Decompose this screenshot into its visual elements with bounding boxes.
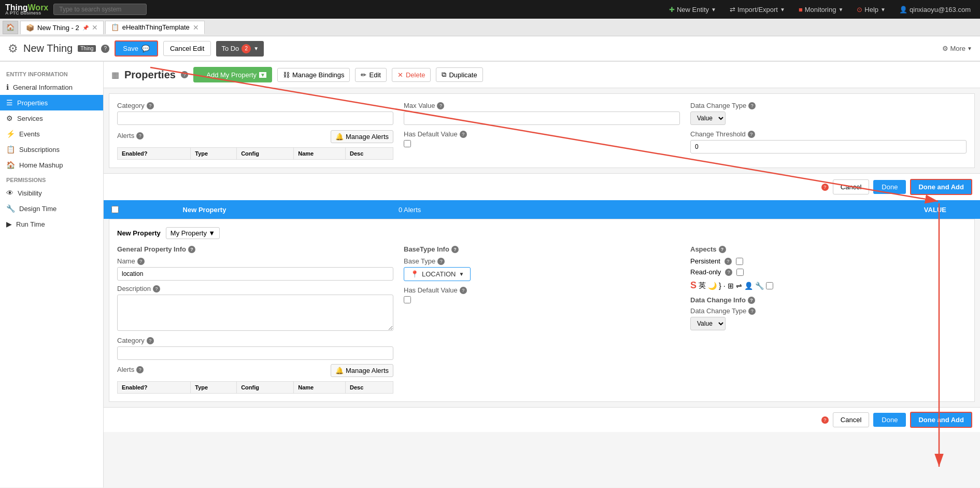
general-prop-info-label: General Property Info ? (117, 245, 393, 253)
max-value-help-icon[interactable]: ? (437, 102, 444, 109)
manage-bindings-button[interactable]: ⛓ Manage Bindings (277, 68, 350, 82)
services-icon: ⚙ (6, 114, 13, 122)
sidebar-item-home-mashup[interactable]: 🏠 Home Mashup (0, 157, 103, 173)
readonly-checkbox[interactable] (736, 269, 744, 276)
has-default-form-help-icon[interactable]: ? (460, 287, 467, 294)
my-property-dropdown[interactable]: My Property ▼ (166, 227, 220, 239)
permissions-section-header: PERMISSIONS (0, 173, 103, 185)
new-entity-btn[interactable]: ✚ New Entity ▼ (665, 4, 720, 15)
manage-alerts-button[interactable]: 🔔 Manage Alerts (331, 130, 393, 143)
data-change-type-form-help-icon[interactable]: ? (748, 308, 756, 315)
sidebar-item-subscriptions[interactable]: 📋 Subscriptions (0, 142, 103, 157)
bottom-help-icon[interactable]: ? (821, 416, 829, 424)
cancel-edit-button[interactable]: Cancel Edit (163, 41, 211, 56)
save-button[interactable]: Save 💬 (115, 40, 158, 57)
sidebar-item-visibility[interactable]: 👁 Visibility (0, 185, 103, 201)
sidebar-item-properties[interactable]: ☰ Properties (0, 95, 103, 110)
entity-help-icon[interactable]: ? (101, 45, 109, 53)
alerts-form-help-icon[interactable]: ? (136, 366, 144, 373)
tab-ehealth[interactable]: 📋 eHealthThingTemplate ✕ (105, 21, 205, 34)
description-help-icon[interactable]: ? (153, 285, 160, 292)
category-form-input[interactable] (117, 346, 393, 360)
design-time-icon: 🔧 (6, 204, 15, 213)
alerts-help-icon[interactable]: ? (136, 132, 144, 140)
tab-close-new-thing[interactable]: ✕ (92, 23, 98, 32)
subscriptions-icon: 📋 (6, 145, 15, 154)
description-input[interactable] (117, 295, 393, 331)
change-threshold-input[interactable] (690, 140, 967, 154)
change-threshold-help-icon[interactable]: ? (748, 131, 755, 138)
manage-alerts-form-button[interactable]: 🔔 Manage Alerts (331, 364, 393, 377)
action-help-icon[interactable]: ? (821, 184, 829, 191)
general-info-help-icon[interactable]: ? (188, 246, 195, 253)
sidebar-item-events[interactable]: ⚡ Events (0, 126, 103, 142)
main-layout: ENTITY INFORMATION ℹ General Information… (0, 62, 980, 487)
tab-close-ehealth[interactable]: ✕ (193, 23, 199, 32)
tab-new-thing[interactable]: 📦 New Thing - 2 📌 ✕ (20, 21, 104, 34)
add-my-property-button[interactable]: + Add My Property ▼ (193, 67, 272, 82)
category-help-icon[interactable]: ? (147, 102, 154, 109)
run-time-icon: ▶ (6, 220, 12, 228)
toolbar-icons-row: S 英 🌙 } · ⊞ ⇌ 👤 🔧 (690, 280, 967, 291)
sidebar-item-run-time[interactable]: ▶ Run Time (0, 216, 103, 232)
chevron-down-icon: ▼ (459, 271, 464, 277)
chevron-down-icon: ▼ (967, 46, 972, 51)
done-and-add-button-upper[interactable]: Done and Add (910, 179, 972, 195)
data-change-type-help-icon[interactable]: ? (748, 102, 756, 109)
data-change-info-help-icon[interactable]: ? (748, 297, 755, 304)
name-input[interactable] (117, 267, 393, 281)
data-change-type-form-select[interactable]: Value (690, 317, 726, 330)
extra-checkbox[interactable] (766, 282, 773, 289)
cancel-button-upper[interactable]: Cancel (833, 179, 869, 194)
persistent-help-icon[interactable]: ? (725, 258, 732, 265)
data-change-type-form-label: Data Change Type ? (690, 307, 967, 315)
persistent-checkbox[interactable] (736, 258, 743, 265)
help-btn[interactable]: ⊙ Help ▼ (853, 4, 890, 15)
properties-title: Properties (124, 69, 176, 81)
persistent-row: Persistent ? (690, 257, 967, 265)
more-button[interactable]: ⚙ More ▼ (942, 45, 972, 52)
delete-button[interactable]: ✕ Delete (392, 68, 431, 82)
todo-button[interactable]: To Do 2 ▼ (216, 41, 264, 57)
name-help-icon[interactable]: ? (137, 258, 145, 265)
home-tab[interactable]: 🏠 (3, 21, 18, 34)
visibility-icon: 👁 (6, 189, 13, 197)
data-change-type-select[interactable]: Value (690, 111, 726, 125)
aspects-label: Aspects ? (690, 245, 967, 253)
new-prop-checkbox[interactable] (111, 206, 119, 213)
import-export-btn[interactable]: ⇄ Import/Export ▼ (726, 4, 789, 15)
has-default-help-icon[interactable]: ? (460, 131, 467, 138)
base-type-button[interactable]: 📍 LOCATION ▼ (404, 267, 471, 281)
has-default-checkbox[interactable] (404, 140, 411, 147)
monitoring-btn[interactable]: ■ Monitoring ▼ (794, 4, 847, 15)
base-type-label: Base Type ? (404, 257, 680, 265)
s-icon: S (690, 280, 697, 291)
cancel-button-bottom[interactable]: Cancel (833, 412, 869, 427)
edit-button[interactable]: ✏ Edit (355, 68, 386, 82)
has-default-form-label: Has Default Value ? (404, 286, 680, 294)
sidebar-item-services[interactable]: ⚙ Services (0, 110, 103, 126)
done-button-bottom[interactable]: Done (873, 413, 906, 427)
sidebar-item-design-time[interactable]: 🔧 Design Time (0, 201, 103, 216)
search-input[interactable] (53, 4, 147, 15)
properties-help-icon[interactable]: ? (181, 71, 188, 78)
user-btn[interactable]: 👤 qinxiaoyu@163.com (895, 4, 975, 15)
duplicate-button[interactable]: ⧉ Duplicate (436, 67, 482, 82)
aspects-help-icon[interactable]: ? (719, 246, 726, 253)
base-type-help-icon[interactable]: ? (437, 258, 445, 265)
category-form-help-icon[interactable]: ? (147, 337, 154, 344)
done-button-upper[interactable]: Done (873, 180, 906, 194)
duplicate-icon: ⧉ (442, 71, 446, 79)
category-input[interactable] (117, 111, 393, 125)
has-default-form-checkbox[interactable] (404, 296, 411, 303)
chevron-down-icon: ▼ (838, 7, 843, 12)
properties-header: ▦ Properties ? + Add My Property ▼ ⛓ Man… (104, 62, 980, 88)
done-and-add-button-bottom[interactable]: Done and Add (910, 412, 972, 428)
readonly-help-icon[interactable]: ? (725, 269, 732, 276)
alerts-table: Enabled? Type Config Name Desc (117, 147, 393, 160)
sidebar-item-general-information[interactable]: ℹ General Information (0, 79, 103, 95)
user-icon: 👤 (899, 6, 907, 13)
max-value-input[interactable] (404, 111, 680, 125)
change-threshold-label: Change Threshold ? (690, 130, 967, 138)
basetype-info-help-icon[interactable]: ? (451, 246, 459, 253)
